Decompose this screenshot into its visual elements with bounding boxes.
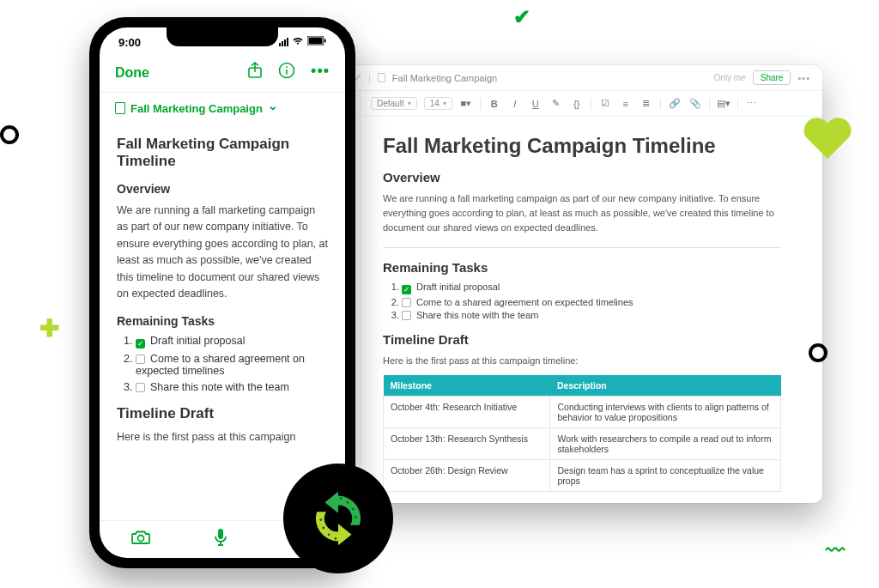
overview-text: We are running a fall marketing campaign… xyxy=(117,203,328,302)
task-label: Come to a shared agreement on expected t… xyxy=(416,297,633,307)
svg-point-12 xyxy=(335,537,337,540)
font-size-select[interactable]: 14 xyxy=(424,97,452,110)
tasks-list: ✓Draft initial proposal Come to a shared… xyxy=(117,335,328,393)
task-label: Come to a shared agreement on expected t… xyxy=(136,353,305,377)
desktop-document[interactable]: Fall Marketing Campaign Timeline Overvie… xyxy=(342,117,822,503)
link-icon[interactable]: 🔗 xyxy=(668,98,682,109)
done-button[interactable]: Done xyxy=(115,65,149,81)
phone-breadcrumb[interactable]: Fall Marketing Campaign xyxy=(100,93,345,124)
status-time: 9:00 xyxy=(118,36,141,49)
cell-description: Design team has a sprint to conceptualiz… xyxy=(550,460,781,492)
tasks-list: ✓Draft initial proposal Come to a shared… xyxy=(383,282,781,320)
svg-rect-7 xyxy=(218,529,223,539)
cell-milestone: October 26th: Design Review xyxy=(384,460,550,492)
toolbar-more-icon[interactable]: ⋯ xyxy=(745,98,759,109)
table-row: October 13th: Research Synthesis Work wi… xyxy=(384,428,781,460)
italic-icon[interactable]: I xyxy=(508,99,522,109)
share-icon[interactable] xyxy=(247,62,263,83)
align-icon[interactable]: ▤▾ xyxy=(717,98,730,109)
squiggle-decoration: 〰 xyxy=(826,540,845,562)
cell-description: Conducting interviews with clients to al… xyxy=(550,397,781,428)
desktop-breadcrumb[interactable]: Fall Marketing Campaign xyxy=(392,73,497,83)
underline-icon[interactable]: U xyxy=(529,99,543,109)
svg-point-8 xyxy=(340,497,343,500)
numbered-list-icon[interactable]: ≣ xyxy=(640,98,653,109)
bullet-list-icon[interactable]: ≡ xyxy=(619,99,633,109)
desktop-app-window: ⤢ | Fall Marketing Campaign Only me Shar… xyxy=(342,65,822,503)
sync-icon xyxy=(305,485,372,552)
checkmark-decoration: ✔ xyxy=(513,5,530,29)
more-icon[interactable]: ••• xyxy=(311,62,330,83)
task-row: ✓Draft initial proposal xyxy=(402,282,781,294)
cell-milestone: October 4th: Research Initiative xyxy=(384,397,550,428)
divider xyxy=(383,247,781,248)
sync-badge xyxy=(283,464,393,573)
desktop-titlebar: ⤢ | Fall Marketing Campaign Only me Shar… xyxy=(342,65,822,91)
phone-nav: Done ••• xyxy=(100,57,345,93)
signal-icon xyxy=(279,38,288,46)
svg-point-11 xyxy=(355,516,357,518)
battery-icon xyxy=(307,36,326,48)
timeline-intro: Here is the first pass at this campaign xyxy=(117,429,328,446)
col-milestone: Milestone xyxy=(384,375,550,397)
task-row: Come to a shared agreement on expected t… xyxy=(402,297,781,307)
editor-toolbar: Default 14 ■▾ B I U ✎ {} ☑ ≡ ≣ 🔗 📎 ▤▾ ⋯ xyxy=(342,91,822,117)
cell-description: Work with researchers to compile a read … xyxy=(550,428,781,460)
checkbox-icon[interactable] xyxy=(136,355,145,364)
overview-heading: Overview xyxy=(117,182,328,196)
timeline-heading: Timeline Draft xyxy=(117,405,328,422)
task-label: Share this note with the team xyxy=(416,310,538,320)
timeline-table: Milestone Description October 4th: Resea… xyxy=(383,375,781,492)
cell-milestone: October 13th: Research Synthesis xyxy=(384,428,550,460)
task-label: Draft initial proposal xyxy=(150,335,245,347)
phone-notch xyxy=(167,27,278,46)
timeline-heading: Timeline Draft xyxy=(383,332,781,347)
task-label: Share this note with the team xyxy=(150,381,289,393)
checkbox-icon[interactable]: ✓ xyxy=(136,339,145,349)
svg-point-5 xyxy=(286,66,288,68)
svg-point-13 xyxy=(328,533,330,536)
phone-document[interactable]: Fall Marketing Campaign Timeline Overvie… xyxy=(100,124,345,520)
note-icon xyxy=(378,73,385,82)
overview-heading: Overview xyxy=(383,170,781,185)
share-button[interactable]: Share xyxy=(753,70,791,85)
wifi-icon xyxy=(292,36,304,48)
checkbox-icon[interactable] xyxy=(402,298,411,307)
checkbox-icon[interactable]: ✓ xyxy=(402,285,411,294)
svg-point-6 xyxy=(138,536,144,542)
svg-point-9 xyxy=(347,501,349,504)
doc-title: Fall Marketing Campaign Timeline xyxy=(117,136,328,170)
checklist-icon[interactable]: ☑ xyxy=(598,98,612,109)
svg-point-10 xyxy=(352,508,355,511)
ring-decoration-right xyxy=(809,343,827,362)
timeline-intro: Here is the first pass at this campaign … xyxy=(383,354,781,368)
ring-decoration-left xyxy=(0,125,19,144)
checkbox-icon[interactable] xyxy=(136,383,145,392)
svg-rect-1 xyxy=(309,38,323,45)
checkbox-icon[interactable] xyxy=(402,311,411,320)
info-icon[interactable] xyxy=(278,62,295,83)
breadcrumb-label: Fall Marketing Campaign xyxy=(130,102,263,115)
text-color-icon[interactable]: ■▾ xyxy=(459,98,473,109)
camera-icon[interactable] xyxy=(131,530,150,549)
remaining-tasks-heading: Remaining Tasks xyxy=(383,260,781,275)
task-label: Draft initial proposal xyxy=(416,282,500,292)
plus-decoration: ✚ xyxy=(39,314,59,342)
table-row: October 26th: Design Review Design team … xyxy=(384,460,781,492)
microphone-icon[interactable] xyxy=(214,528,227,551)
highlight-icon[interactable]: ✎ xyxy=(549,98,563,109)
svg-point-15 xyxy=(319,518,322,521)
doc-title: Fall Marketing Campaign Timeline xyxy=(383,134,781,158)
attachment-icon[interactable]: 📎 xyxy=(688,98,702,109)
remaining-tasks-heading: Remaining Tasks xyxy=(117,314,328,328)
svg-point-14 xyxy=(323,527,325,530)
code-icon[interactable]: {} xyxy=(570,99,584,109)
task-row: ✓Draft initial proposal xyxy=(136,335,328,349)
svg-rect-2 xyxy=(324,39,326,43)
table-row: October 4th: Research Initiative Conduct… xyxy=(384,397,781,428)
bold-icon[interactable]: B xyxy=(488,99,501,109)
more-icon[interactable]: ••• xyxy=(797,73,810,83)
col-description: Description xyxy=(550,375,781,397)
font-family-select[interactable]: Default xyxy=(371,97,417,110)
task-row: Share this note with the team xyxy=(136,381,328,393)
